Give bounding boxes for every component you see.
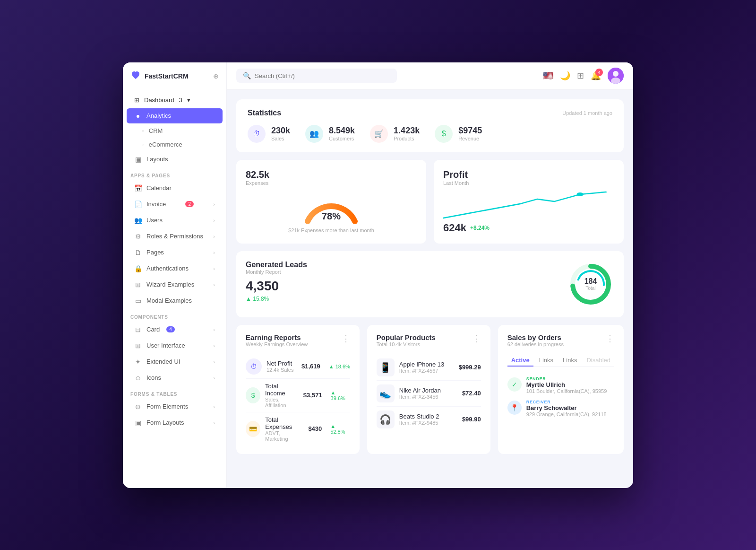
customers-value: 8.549k <box>329 126 355 136</box>
users-label: Users <box>146 217 163 224</box>
chevron-right-icon-5: › <box>213 266 215 271</box>
settings-icon[interactable]: ⊕ <box>213 72 219 80</box>
statistics-card: Statistics Updated 1 month ago ⏱ 230k Sa… <box>236 99 624 152</box>
orders-tabs: Active Links Links Disabled <box>507 355 614 367</box>
flag-icon[interactable]: 🇺🇸 <box>543 70 553 81</box>
products-title-group: Popular Products Total 10.4k Visitors <box>377 333 436 353</box>
total-income-amount: $3,571 <box>303 392 322 399</box>
leads-donut-chart: 184 Total <box>567 261 614 308</box>
sidebar-item-roles[interactable]: ⚙ Roles & Permissions › <box>127 229 223 244</box>
beats-name: Beats Studio 2 <box>399 413 439 420</box>
sidebar-item-pages[interactable]: 🗋 Pages › <box>127 245 223 260</box>
stats-customers-info: 8.549k Customers <box>329 126 355 141</box>
sidebar-item-wizard[interactable]: ⊞ Wizard Examples › <box>127 277 223 292</box>
nike-img: 👟 <box>377 384 395 402</box>
page-content: Statistics Updated 1 month ago ⏱ 230k Sa… <box>227 90 633 488</box>
sidebar-item-form-layouts[interactable]: ▣ Form Layouts › <box>127 415 223 430</box>
chevron-right-icon: › <box>213 201 215 207</box>
leads-total-label: Total <box>584 286 597 291</box>
chevron-right-icon-6: › <box>213 282 215 288</box>
products-list: 📱 Apple iPhone 13 Item: #FXZ-4567 $999.2… <box>377 355 481 432</box>
search-input[interactable] <box>255 72 390 79</box>
product-iphone: 📱 Apple iPhone 13 Item: #FXZ-4567 $999.2… <box>377 355 481 381</box>
beats-id: Item: #FXZ-9485 <box>399 420 439 426</box>
total-expenses-name: Total Expenses <box>265 416 303 430</box>
sidebar-item-calendar[interactable]: 📅 Calendar <box>127 181 223 196</box>
leads-card: Generated Leads Monthly Report 4,350 ▲ 1… <box>236 251 624 317</box>
product-nike: 👟 Nike Air Jordan Item: #FXZ-3456 $72.40 <box>377 381 481 407</box>
chevron-right-icon-4: › <box>213 250 215 255</box>
chevron-right-icon-11: › <box>213 404 215 410</box>
theme-icon[interactable]: 🌙 <box>560 70 570 81</box>
sidebar-item-form-elements[interactable]: ⊙ Form Elements › <box>127 399 223 414</box>
net-profit-amount: $1,619 <box>301 363 320 370</box>
net-profit-icon: ⏱ <box>246 358 262 375</box>
earning-item-total-income: $ Total Income Sales, Affiliation $3,571… <box>246 379 350 412</box>
sender-icon: ✓ <box>507 377 522 392</box>
card-label: Card <box>146 326 160 333</box>
sidebar-item-crm[interactable]: CRM <box>127 124 223 137</box>
stats-revenue-info: $9745 Revenue <box>458 126 482 141</box>
search-box[interactable]: 🔍 <box>236 69 397 83</box>
sidebar-item-icons[interactable]: ☺ Icons › <box>127 370 223 385</box>
products-more-icon[interactable]: ⋮ <box>472 333 481 344</box>
net-profit-info: Net Profit 12.4k Sales <box>266 360 293 373</box>
leads-count: 4,350 <box>246 279 307 294</box>
ui-icon: ⊞ <box>134 342 142 349</box>
stats-updated: Updated 1 month ago <box>562 110 612 116</box>
extended-label: Extended UI <box>146 358 180 365</box>
nike-price: $72.40 <box>462 390 481 397</box>
sidebar-item-users[interactable]: 👥 Users › <box>127 213 223 228</box>
orders-sub: 62 deliveries in progress <box>507 341 564 347</box>
expenses-label: Expenses <box>246 180 417 186</box>
sidebar-item-layouts[interactable]: ▣ Layouts <box>127 152 223 167</box>
stats-products-info: 1.423k Products <box>394 126 420 141</box>
customers-icon: 👥 <box>305 125 323 143</box>
receiver-name: Barry Schowalter <box>526 404 607 411</box>
sidebar-item-card[interactable]: ⊟ Card 4 › <box>127 322 223 337</box>
wizard-icon: ⊞ <box>134 281 142 288</box>
earning-sub: Weekly Earnings Overview <box>246 341 308 347</box>
pages-icon: 🗋 <box>134 249 142 256</box>
more-icon[interactable]: ⋮ <box>342 333 350 344</box>
sidebar-item-ui[interactable]: ⊞ User Interface › <box>127 338 223 353</box>
ecommerce-label: eCommerce <box>149 141 182 148</box>
chevron-right-icon-2: › <box>213 218 215 223</box>
stats-sales-info: 230k Sales <box>271 126 290 141</box>
orders-more-icon[interactable]: ⋮ <box>606 333 614 344</box>
sidebar-item-ecommerce[interactable]: eCommerce <box>127 138 223 151</box>
sidebar-item-modal[interactable]: ▭ Modal Examples <box>127 293 223 308</box>
invoice-icon: 📄 <box>134 201 142 208</box>
topbar: 🔍 🇺🇸 🌙 ⊞ 🔔 4 <box>227 62 633 90</box>
beats-price: $99.90 <box>462 416 481 423</box>
sidebar-logo: FastStartCRM ⊕ <box>123 70 226 92</box>
sidebar-item-auth[interactable]: 🔒 Authentications › <box>127 261 223 276</box>
calendar-icon: 📅 <box>134 184 142 192</box>
orders-title-group: Sales by Orders 62 deliveries in progres… <box>507 333 564 353</box>
revenue-icon: $ <box>435 125 453 143</box>
expenses-sub: $21k Expenses more than last month <box>246 227 417 233</box>
tab-links-1[interactable]: Links <box>535 355 557 367</box>
grid-icon[interactable]: ⊞ <box>577 70 584 81</box>
tab-active[interactable]: Active <box>507 355 533 367</box>
total-income-info: Total Income Sales, Affiliation <box>265 383 299 408</box>
card-icon: ⊟ <box>134 326 142 333</box>
sidebar-item-dashboard[interactable]: ⊞ Dashboard 3 ▾ <box>127 93 223 107</box>
sidebar-item-analytics[interactable]: ● Analytics <box>127 108 223 123</box>
icons-label: Icons <box>146 374 161 381</box>
profit-chart <box>443 190 614 218</box>
total-income-name: Total Income <box>265 383 299 397</box>
products-title: Popular Products <box>377 333 436 341</box>
total-income-change: ▲ 39.6% <box>331 390 350 401</box>
expenses-percent: 78% <box>246 211 417 222</box>
sidebar-item-invoice[interactable]: 📄 Invoice 2 › <box>127 197 223 212</box>
nike-info: Nike Air Jordan Item: #FXZ-3456 <box>399 387 441 400</box>
profit-card: Profit Last Month 624k +8.24% <box>434 160 624 244</box>
notification-icon[interactable]: 🔔 4 <box>591 70 601 81</box>
tab-links-2[interactable]: Links <box>559 355 581 367</box>
total-expenses-amount: $430 <box>308 425 322 432</box>
invoice-badge: 2 <box>185 201 194 207</box>
user-avatar[interactable] <box>608 68 624 84</box>
sidebar-item-extended[interactable]: ✦ Extended UI › <box>127 354 223 369</box>
sales-value: 230k <box>271 126 290 136</box>
